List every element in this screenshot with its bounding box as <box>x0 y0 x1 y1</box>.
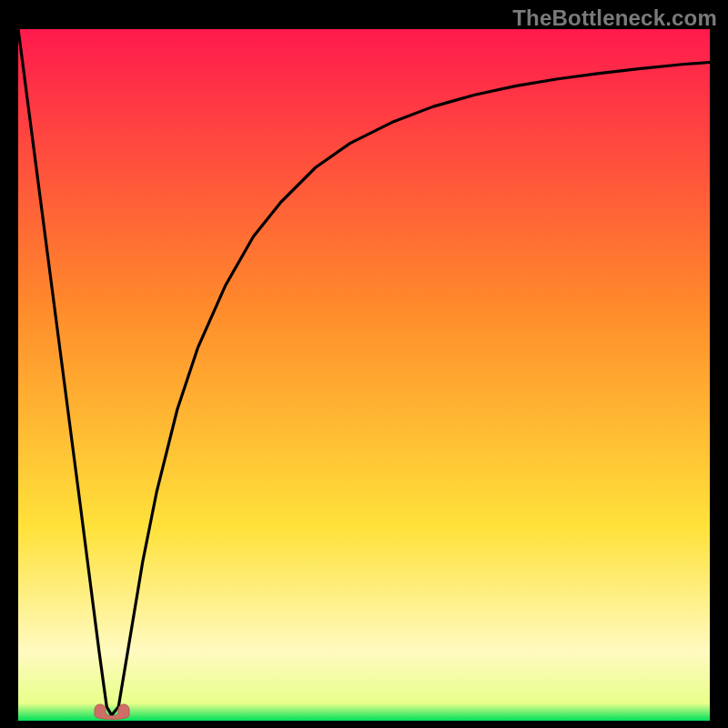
watermark-text: TheBottleneck.com <box>512 5 717 31</box>
gradient-rect <box>18 29 710 721</box>
chart-frame <box>18 29 710 721</box>
chart-plot <box>18 29 710 721</box>
